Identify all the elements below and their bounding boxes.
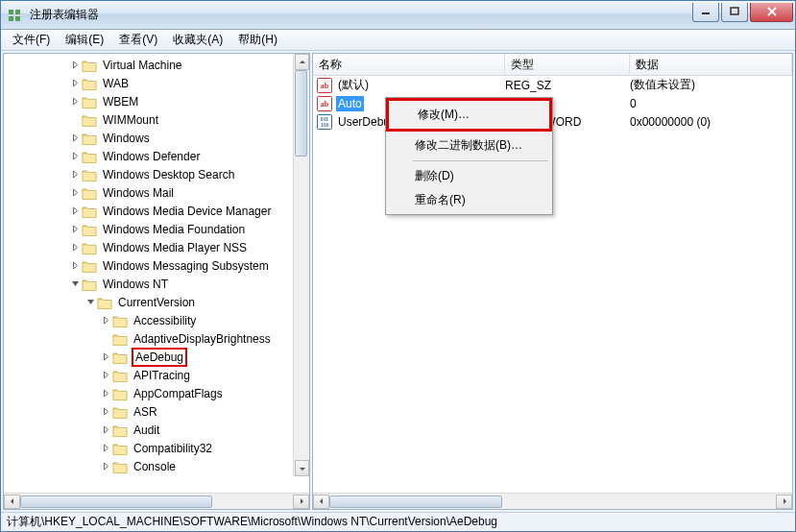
folder-icon [82,59,97,72]
close-button[interactable] [750,3,793,22]
folder-icon [82,168,97,181]
folder-icon [112,387,128,400]
folder-icon [112,405,128,419]
scroll-thumb[interactable] [20,496,212,508]
tree-item[interactable]: Accessibility [4,311,293,329]
tree-item[interactable]: Virtual Machine [4,56,293,74]
tree-item[interactable]: Windows Media Foundation [4,220,293,238]
scroll-right-icon[interactable] [293,495,309,509]
ctx-delete[interactable]: 删除(D) [388,164,550,188]
tree-item[interactable]: WIMMount [4,110,293,129]
value-name: (默认) [336,76,371,94]
expand-icon[interactable] [100,315,111,326]
list-scrollbar-h[interactable] [313,493,792,509]
menu-separator [413,160,548,161]
tree-item[interactable]: Compatibility32 [4,439,293,457]
tree-item[interactable]: Windows Mail [4,183,293,202]
tree-item-label: Virtual Machine [101,58,184,73]
expand-icon[interactable] [69,60,81,71]
expand-icon[interactable] [100,461,111,472]
scroll-left-icon[interactable] [4,495,20,509]
tree-item[interactable]: ASR [4,402,293,421]
expand-icon[interactable] [69,78,81,89]
tree-item-label: Windows [101,131,152,146]
tree-item-label: CurrentVersion [116,295,197,310]
expand-icon[interactable] [69,96,81,108]
highlight-box: 修改(M)… [386,98,552,132]
menu-favorites[interactable]: 收藏夹(A) [165,30,230,50]
scroll-right-icon[interactable] [776,495,792,509]
tree-spacer [100,333,111,345]
scroll-up-icon[interactable] [295,54,309,70]
tree-item[interactable]: CurrentVersion [4,293,293,311]
menu-edit[interactable]: 编辑(E) [58,30,111,50]
tree-item-label: Audit [132,423,161,438]
tree-item-label: WAB [101,76,131,91]
tree-scrollbar-v[interactable] [293,54,309,476]
expand-icon[interactable] [69,260,81,272]
expand-icon[interactable] [100,443,111,454]
tree-item[interactable]: WBEM [4,92,293,110]
value-row[interactable]: (默认)REG_SZ(数值未设置) [313,76,792,94]
folder-icon [82,95,97,109]
svg-rect-10 [731,8,738,14]
folder-icon [82,132,97,145]
folder-icon [82,186,97,200]
tree-item[interactable]: Console [4,457,293,475]
tree-item[interactable]: Windows Media Player NSS [4,238,293,256]
ctx-modify[interactable]: 修改(M)… [391,103,547,127]
expand-icon[interactable] [69,151,81,162]
expand-icon[interactable] [69,206,81,217]
tree-item[interactable]: AeDebug [4,348,293,366]
tree-item[interactable]: WAB [4,74,293,92]
expand-collapse-icon[interactable] [69,278,81,290]
maximize-button[interactable] [721,3,748,22]
tree-scrollbar-h[interactable] [4,493,309,509]
col-type[interactable]: 类型 [505,54,630,75]
tree-item[interactable]: Windows [4,129,293,147]
value-name: Auto [336,96,364,111]
tree-item[interactable]: AdaptiveDisplayBrightness [4,329,293,348]
folder-icon [82,113,97,127]
tree-item[interactable]: APITracing [4,366,293,384]
tree-item[interactable]: AppCompatFlags [4,384,293,402]
expand-icon[interactable] [69,242,81,254]
expand-collapse-icon[interactable] [84,297,96,308]
tree-item-label: WIMMount [101,112,160,128]
menu-view[interactable]: 查看(V) [111,30,165,50]
tree-item-label: WBEM [101,94,140,109]
registry-tree[interactable]: Virtual MachineWABWBEMWIMMountWindowsWin… [4,54,309,477]
expand-icon[interactable] [69,187,81,199]
minimize-button[interactable] [692,3,719,22]
scroll-thumb[interactable] [329,496,502,508]
tree-item[interactable]: Audit [4,421,293,439]
list-header[interactable]: 名称 类型 数据 [313,54,792,76]
value-type: REG_SZ [505,79,630,92]
expand-icon[interactable] [100,388,111,399]
expand-icon[interactable] [100,424,111,436]
expand-icon[interactable] [69,169,81,181]
expand-icon[interactable] [69,133,81,144]
folder-icon [82,223,97,236]
tree-item[interactable]: Windows NT [4,275,293,293]
expand-icon[interactable] [100,351,111,363]
scroll-thumb[interactable] [295,70,307,157]
scroll-down-icon[interactable] [295,460,309,476]
tree-item[interactable]: Windows Media Device Manager [4,202,293,220]
col-name[interactable]: 名称 [313,54,505,75]
folder-icon [82,278,97,291]
menu-file[interactable]: 文件(F) [5,30,58,50]
scroll-left-icon[interactable] [313,495,329,509]
ctx-rename[interactable]: 重命名(R) [388,188,550,212]
expand-icon[interactable] [100,406,111,418]
menu-help[interactable]: 帮助(H) [230,30,285,50]
expand-icon[interactable] [69,224,81,235]
titlebar[interactable]: 注册表编辑器 [1,1,795,30]
tree-item-label: Windows Mail [101,185,176,201]
tree-item[interactable]: Windows Messaging Subsystem [4,256,293,275]
col-data[interactable]: 数据 [630,54,792,75]
expand-icon[interactable] [100,370,111,381]
tree-item[interactable]: Windows Defender [4,147,293,165]
tree-item[interactable]: Windows Desktop Search [4,165,293,183]
ctx-modify-binary[interactable]: 修改二进制数据(B)… [388,133,550,157]
